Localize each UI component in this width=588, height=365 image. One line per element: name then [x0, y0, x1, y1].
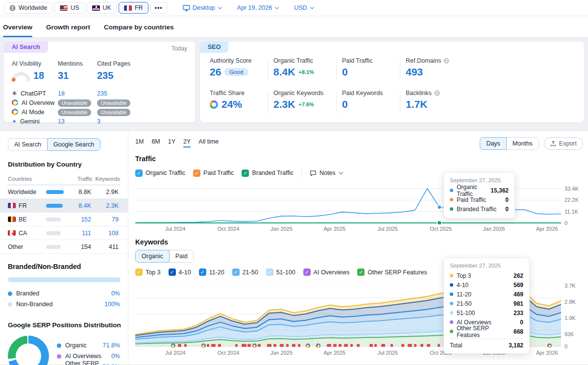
legend-checkbox-other-serp-features[interactable]: ✓Other SERP Features — [357, 268, 427, 276]
tab-compare-by-countries[interactable]: Compare by countries — [104, 24, 174, 37]
google-update-icon[interactable] — [306, 343, 310, 348]
update-marker[interactable] — [267, 344, 271, 347]
traffic-value[interactable]: 152 — [66, 216, 91, 223]
export-button[interactable]: Export — [544, 137, 583, 150]
update-marker[interactable] — [280, 344, 284, 347]
region-tab-worldwide[interactable]: Worldwide — [4, 2, 52, 14]
update-marker[interactable] — [207, 344, 209, 347]
update-marker[interactable] — [178, 344, 181, 347]
traffic-value[interactable]: 111 — [66, 230, 91, 237]
keywords-value[interactable]: 2.3K — [91, 202, 119, 209]
legend-checkbox-51-100[interactable]: ✓51-100 — [266, 268, 295, 276]
metric-label: Paid Traffic — [342, 57, 372, 64]
platform-metric-link[interactable]: 18 — [58, 90, 65, 97]
tab-growth-report[interactable]: Growth report — [46, 24, 90, 37]
distribution-header: Countries Traffic Keywords — [8, 173, 120, 185]
update-marker[interactable] — [408, 344, 412, 347]
update-marker[interactable] — [420, 344, 423, 347]
legend-checkbox-4-10[interactable]: ✓4-10 — [169, 268, 191, 276]
update-marker[interactable] — [235, 344, 238, 347]
update-marker[interactable] — [218, 344, 221, 347]
update-marker[interactable] — [292, 344, 295, 347]
traffic-value[interactable]: 8.4K — [66, 202, 91, 209]
date-dropdown[interactable]: Apr 19, 2026 — [237, 4, 279, 11]
update-marker[interactable] — [438, 344, 440, 347]
update-marker[interactable] — [184, 344, 187, 347]
update-marker[interactable] — [381, 344, 385, 347]
update-marker[interactable] — [414, 344, 416, 347]
update-marker[interactable] — [374, 344, 377, 347]
google-update-icon[interactable] — [252, 343, 257, 348]
country-row-fr[interactable]: FR8.4K2.3K — [0, 199, 128, 213]
toggle-google-search[interactable]: Google Search — [47, 138, 100, 151]
legend-checkbox-ai-overviews[interactable]: ✓AI Overviews — [303, 268, 350, 276]
ai-visibility-header: AI Visibility — [12, 60, 41, 67]
traffic-legend: ✓Organic Traffic✓Paid Traffic✓Branded Tr… — [135, 169, 343, 177]
update-marker[interactable] — [327, 344, 331, 347]
keywords-toggle-organic[interactable]: Organic — [135, 250, 170, 263]
update-marker[interactable] — [258, 344, 261, 347]
range-6m[interactable]: 6M — [151, 138, 160, 147]
platform-metric-link[interactable]: 13 — [58, 118, 65, 125]
notes-dropdown[interactable]: Notes — [310, 170, 343, 176]
region-tab-us[interactable]: US — [54, 2, 84, 14]
legend-checkbox-11-20[interactable]: ✓11-20 — [199, 268, 224, 276]
keywords-toggle-paid[interactable]: Paid — [169, 250, 194, 263]
platform-metric-link[interactable]: 235 — [97, 90, 107, 97]
google-update-icon[interactable] — [171, 343, 175, 348]
legend-checkbox-paid-traffic[interactable]: ✓Paid Traffic — [193, 170, 234, 177]
metric-label: Ref.Domains — [406, 57, 441, 64]
region-tab-uk[interactable]: UK — [87, 2, 117, 14]
country-row-other[interactable]: Other154411 — [0, 240, 128, 254]
update-marker[interactable] — [369, 344, 373, 347]
update-marker[interactable] — [427, 344, 430, 347]
update-marker[interactable] — [357, 344, 360, 347]
google-update-icon[interactable] — [547, 343, 552, 348]
country-row-worldwide[interactable]: Worldwide8.8K2.9K — [0, 185, 128, 199]
google-update-icon[interactable] — [201, 343, 206, 348]
legend-checkbox-organic-traffic[interactable]: ✓Organic Traffic — [135, 170, 185, 177]
tab-overview[interactable]: Overview — [3, 24, 32, 37]
range-1m[interactable]: 1M — [135, 138, 144, 147]
range-all-time[interactable]: All time — [198, 138, 219, 147]
legend-checkbox-21-50[interactable]: ✓21-50 — [232, 268, 258, 276]
export-icon — [550, 141, 556, 146]
distribution-rows: Worldwide8.8K2.9KFR8.4K2.3KBE15279CA1111… — [8, 185, 120, 254]
currency-dropdown[interactable]: USD — [294, 4, 313, 11]
toggle-ai-search[interactable]: AI Search — [8, 138, 48, 151]
country-row-be[interactable]: BE15279 — [0, 213, 128, 226]
update-marker[interactable] — [242, 344, 246, 347]
update-marker[interactable] — [286, 344, 289, 347]
platform-metric-link[interactable]: 3 — [97, 118, 100, 125]
keywords-value[interactable]: 79 — [91, 216, 119, 223]
update-marker[interactable] — [273, 344, 276, 347]
update-marker[interactable] — [401, 344, 404, 347]
update-marker[interactable] — [344, 344, 348, 347]
region-tab-fr[interactable]: FR — [119, 2, 148, 14]
tooltip-dot — [450, 320, 453, 324]
tooltip-label: 11-20 — [457, 291, 471, 298]
legend-checkbox-branded-traffic[interactable]: ✓Branded Traffic — [242, 170, 294, 177]
update-marker[interactable] — [391, 344, 393, 347]
seo-metric-organic-keywords: Organic Keywords2.3K+7.6% — [273, 90, 323, 110]
range-2y[interactable]: 2Y — [183, 138, 191, 147]
google-update-icon[interactable] — [316, 343, 320, 348]
cited-pages-header: Cited Pages — [97, 60, 130, 67]
update-marker[interactable] — [211, 344, 216, 347]
country-row-ca[interactable]: CA111108 — [0, 226, 128, 240]
metric-label-row: Paid Traffic — [342, 57, 372, 64]
more-regions-button[interactable]: ••• — [150, 2, 167, 14]
device-dropdown[interactable]: Desktop — [183, 4, 221, 11]
metric-value: 1.7K — [406, 98, 427, 110]
update-marker[interactable] — [247, 344, 251, 347]
update-marker[interactable] — [298, 344, 300, 347]
update-marker[interactable] — [333, 344, 337, 347]
granularity-days[interactable]: Days — [480, 137, 506, 150]
tooltip-row: 4-10569 — [450, 280, 523, 290]
legend-checkbox-top-3[interactable]: ✓Top 3 — [135, 268, 161, 276]
keywords-value[interactable]: 108 — [91, 230, 119, 237]
update-marker[interactable] — [350, 344, 353, 347]
granularity-months[interactable]: Months — [506, 137, 539, 150]
update-marker[interactable] — [339, 344, 342, 347]
range-1y[interactable]: 1Y — [168, 138, 175, 147]
